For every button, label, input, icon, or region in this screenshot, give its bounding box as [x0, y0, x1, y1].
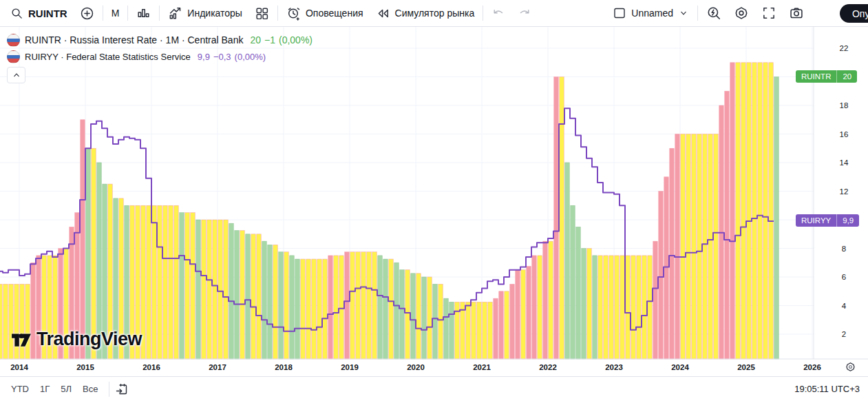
bottom-toolbar: YTD 1Г 5Л Все 19:05:11 UTC+3	[0, 376, 868, 401]
series-value: 20	[250, 34, 261, 45]
publish-label: Опублико	[852, 8, 868, 19]
series-change: −0,3	[213, 52, 231, 62]
columns-chart-icon	[136, 6, 151, 21]
plus-circle-icon	[80, 6, 94, 21]
layout-select-button[interactable]: Unnamed	[606, 3, 695, 23]
fullscreen-icon	[761, 6, 776, 21]
search-icon	[10, 7, 23, 20]
series-change: −1	[264, 34, 275, 45]
range-button-all[interactable]: Все	[77, 381, 103, 397]
russia-flag-icon	[7, 34, 20, 47]
footer-separator	[109, 382, 109, 397]
series-value: 9,9	[198, 52, 210, 62]
gear-icon	[734, 6, 749, 21]
indicators-label: Индикаторы	[187, 8, 242, 19]
collapse-legend-button[interactable]	[7, 67, 25, 83]
redo-button[interactable]	[511, 3, 538, 23]
undo-icon	[491, 6, 505, 20]
fullscreen-button[interactable]	[755, 3, 783, 23]
grid-layout-button[interactable]	[248, 3, 275, 23]
chart-type-button[interactable]	[130, 3, 157, 23]
layout-name: Unnamed	[631, 8, 673, 19]
symbol-label: RUINTR	[28, 8, 67, 19]
compare-add-button[interactable]	[74, 3, 100, 23]
tradingview-logo-icon	[11, 331, 32, 348]
quick-search-button[interactable]	[700, 3, 728, 23]
series-title: RUINTR · Russia Interest Rate · 1M · Cen…	[25, 34, 243, 45]
clock-label[interactable]: 19:05:11 UTC+3	[794, 384, 861, 394]
settings-button[interactable]	[728, 3, 755, 23]
interval-button[interactable]: M	[105, 3, 126, 23]
series-change-pct: (0,00%)	[279, 34, 313, 45]
go-to-date-calendar-icon[interactable]	[115, 382, 129, 396]
time-axis[interactable]	[0, 359, 868, 377]
chart-canvas[interactable]: 2218161412864220142015201620172018201920…	[0, 26, 868, 376]
alerts-button[interactable]: Оповещения	[280, 3, 370, 23]
undo-button[interactable]	[485, 3, 511, 23]
legend: RUINTR · Russia Interest Rate · 1M · Cen…	[7, 32, 313, 65]
symbol-search-button[interactable]: RUINTR	[4, 3, 74, 23]
toolbar-separator	[103, 6, 103, 21]
badge-value: 9,9	[837, 214, 859, 227]
alerts-label: Оповещения	[306, 8, 363, 19]
publish-button[interactable]: Опублико	[840, 4, 868, 23]
scales-settings-button[interactable]	[845, 361, 856, 373]
toolbar-right-group: Unnamed	[606, 3, 868, 23]
badge-value: 20	[837, 70, 857, 83]
top-toolbar: RUINTR M Индикаторы Оповеще	[0, 0, 868, 27]
axis-badge-ruiryy: RUIRYY 9,9	[796, 214, 859, 227]
series-values: 9,9 −0,3 (0,00%)	[198, 52, 266, 62]
range-button-5y[interactable]: 5Л	[55, 381, 77, 397]
range-button-1y[interactable]: 1Г	[34, 381, 55, 397]
toolbar-separator	[277, 6, 278, 21]
watermark-text: TradingView	[36, 329, 142, 350]
legend-series-ruiryy[interactable]: RUIRYY · Federal State Statistics Servic…	[7, 48, 313, 65]
tradingview-watermark: TradingView	[11, 329, 142, 350]
series-values: 20 −1 (0,00%)	[250, 34, 313, 45]
russia-flag-icon	[7, 50, 20, 63]
indicators-icon	[168, 6, 182, 21]
redo-icon	[518, 6, 531, 20]
camera-icon	[789, 6, 804, 21]
market-simulator-button[interactable]: Симулятор рынка	[370, 3, 481, 23]
toolbar-separator	[159, 6, 160, 21]
chevron-up-icon	[11, 70, 22, 81]
indicators-button[interactable]: Индикаторы	[162, 3, 248, 23]
layout-square-icon	[613, 6, 626, 20]
snapshot-button[interactable]	[783, 3, 810, 23]
legend-series-ruintr[interactable]: RUINTR · Russia Interest Rate · 1M · Cen…	[7, 32, 313, 48]
grid-icon	[255, 6, 269, 21]
toolbar-separator	[483, 6, 483, 21]
toolbar-separator	[127, 6, 128, 21]
badge-label: RUIRYY	[796, 214, 837, 227]
simulator-label: Симулятор рынка	[395, 8, 475, 19]
badge-label: RUINTR	[796, 70, 837, 83]
range-button-ytd[interactable]: YTD	[6, 381, 34, 397]
rewind-icon	[376, 6, 390, 21]
series-change-pct: (0,00%)	[235, 52, 266, 62]
axis-badge-ruintr: RUINTR 20	[796, 70, 857, 83]
alarm-clock-plus-icon	[286, 6, 301, 21]
toolbar-separator	[697, 6, 698, 21]
series-title: RUIRYY · Federal State Statistics Servic…	[25, 52, 191, 62]
chevron-down-icon	[678, 8, 689, 19]
interval-label: M	[112, 8, 120, 19]
bar-series-ruintr	[0, 63, 779, 359]
quick-search-icon	[706, 6, 721, 21]
